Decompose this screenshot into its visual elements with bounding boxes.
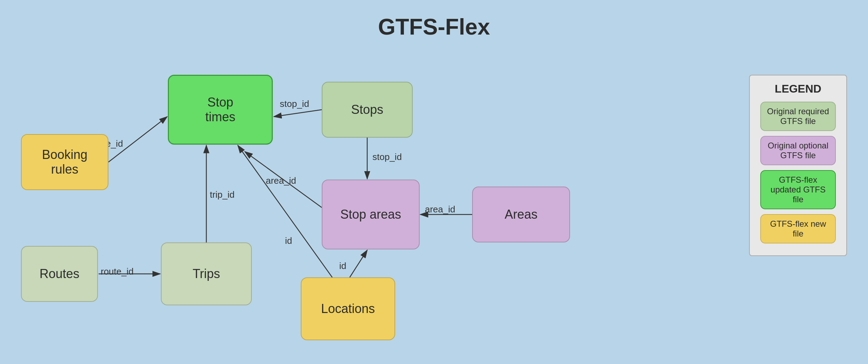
edge-label-area-id-1: area_id [266,175,296,186]
node-locations: Locations [301,277,395,340]
node-routes: Routes [21,246,98,302]
svg-line-2 [274,110,322,117]
edge-label-stop-id-1: stop_id [280,99,309,109]
node-booking-rules: Bookingrules [21,134,108,190]
legend-item-gtfs-flex-updated: GTFS-flex updated GTFS file [760,170,836,209]
legend-title: LEGEND [760,82,836,95]
legend-item-original-required: Original required GTFS file [760,102,836,131]
node-areas: Areas [472,187,570,242]
svg-line-5 [350,250,367,277]
edge-label-trip-id: trip_id [210,189,235,200]
edge-label-id-1: id [339,261,346,271]
legend-item-original-optional: Original optional GTFS file [760,136,836,165]
edge-label-area-id-2: area_id [425,204,455,215]
legend: LEGEND Original required GTFS file Origi… [749,75,847,256]
node-trips: Trips [161,242,252,305]
node-stop-times: Stoptimes [168,75,273,145]
edge-label-route-id: route_id [101,266,134,277]
node-stop-areas: Stop areas [322,180,420,249]
node-stops: Stops [322,82,413,138]
svg-line-6 [238,145,332,277]
legend-item-gtfs-flex-new: GTFS-flex new file [760,214,836,243]
edge-label-id-2: id [285,235,292,246]
page-title: GTFS-Flex [0,0,868,47]
edge-label-stop-id-2: stop_id [372,152,402,162]
